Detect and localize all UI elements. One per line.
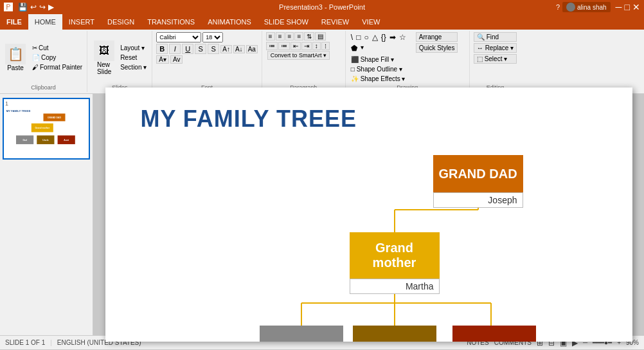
find-button[interactable]: 🔍 Find [474,32,517,42]
ribbon-group-drawing: \ □ ○ △ {} ➡ ☆ ⬟ ▾ Arrange Quick Styles … [346,31,470,92]
arrange-button[interactable]: Arrange [416,32,458,42]
granddad-label: GRAND DAD [433,155,523,192]
quick-styles-button[interactable]: Quick Styles [416,43,458,53]
align-center-btn[interactable]: ≡ [276,32,285,41]
slide-panel: 1 MY FAMILY TREEE GRAND DAD Grand mother [0,94,93,335]
bullet-list-btn[interactable]: ≔ [266,42,278,50]
user-badge: alina shah [562,2,611,12]
paste-button[interactable]: 📋 Paste [3,42,28,73]
tab-review[interactable]: REVIEW [315,14,355,30]
restore-btn[interactable]: □ [625,2,630,12]
new-slide-button[interactable]: 🖼 NewSlide [91,39,117,77]
italic-button[interactable]: I [169,44,181,54]
shape-8[interactable]: ⬟ [350,43,359,53]
tab-file[interactable]: FILE [0,14,28,30]
align-left-btn[interactable]: ≡ [266,32,275,41]
shape-5[interactable]: {} [380,32,388,42]
shape-1[interactable]: \ [350,32,354,42]
ribbon-group-clipboard: 📋 Paste ✂Cut 📄Copy 🖌Format Painter Clipb… [0,31,87,92]
clipboard-label: Clipboard [31,84,56,91]
decrease-indent-btn[interactable]: ⇤ [291,42,301,50]
ribbon-group-slides: 🖼 NewSlide Layout ▾ Reset Section ▾ Slid… [87,31,152,92]
tab-design[interactable]: DESIGN [101,14,141,30]
reset-button[interactable]: Reset [119,53,148,62]
slide-thumbnail-1[interactable]: 1 MY FAMILY TREEE GRAND DAD Grand mother [3,98,90,160]
ribbon-group-font: Calibri 18 B I U S S A↑ A↓ Aa A▾ Av Fon [152,31,262,92]
tab-insert[interactable]: INSERT [62,14,101,30]
slide-canvas[interactable]: MY FAMILY TREEE GRA [105,88,632,342]
align-text-btn[interactable]: ▤ [315,32,326,41]
granddad-name: Joseph [433,192,523,208]
tab-view[interactable]: VIEW [355,14,386,30]
aunt-box[interactable]: Aunt Anne [452,326,536,342]
text-direction-btn[interactable]: ⇅ [304,32,314,41]
quick-redo-btn[interactable]: ↪ [39,3,46,12]
aunt-label: Aunt [452,326,536,342]
grandma-label: Grand mother [350,232,440,279]
uncle-label: Uncle [353,326,436,342]
strikethrough-button[interactable]: S [195,44,206,54]
granddad-box[interactable]: GRAND DAD Joseph [433,155,523,208]
layout-button[interactable]: Layout ▾ [119,44,148,52]
shape-6[interactable]: ➡ [388,32,397,42]
tab-home[interactable]: HOME [28,14,62,30]
user-avatar [566,3,575,12]
line-spacing-btn[interactable]: ↕ [312,42,321,50]
underline-button[interactable]: U [182,44,193,54]
close-btn[interactable]: ✕ [632,2,640,12]
columns-btn[interactable]: ⫶ [321,42,330,50]
help-btn[interactable]: ? [556,3,560,11]
number-list-btn[interactable]: ≔ [278,42,290,50]
cut-button[interactable]: ✂Cut [30,44,84,52]
font-size-decrease-btn[interactable]: A↓ [233,45,245,53]
clear-format-btn[interactable]: Aa [246,45,258,53]
tab-transitions[interactable]: TRANSITIONS [141,14,201,30]
quick-present-btn[interactable]: ▶ [48,3,54,12]
increase-indent-btn[interactable]: ⇥ [301,42,312,50]
shape-fill-btn[interactable]: ⬛ Shape Fill ▾ [350,55,407,64]
more-shapes-btn[interactable]: ▾ [359,43,365,53]
select-button[interactable]: ⬚ Select ▾ [474,54,517,64]
grandma-box[interactable]: Grand mother Martha [350,232,440,294]
dad-label: Dad [260,326,343,342]
tab-slideshow[interactable]: SLIDE SHOW [258,14,315,30]
uncle-box[interactable]: Uncle Peter [353,326,436,342]
slide-count: SLIDE 1 OF 1 [5,339,45,346]
ribbon-group-editing: 🔍 Find ↔ Replace ▾ ⬚ Select ▾ Editing [470,31,521,92]
text-shadow-button[interactable]: S [208,44,219,54]
slide-number: 1 [5,100,87,107]
replace-button[interactable]: ↔ Replace ▾ [474,43,517,53]
app-title: Presentation3 - PowerPoint [279,3,365,11]
app-icon: 🅿 [4,2,13,12]
section-button[interactable]: Section ▾ [119,63,148,71]
grandma-name: Martha [350,279,440,294]
char-spacing-btn[interactable]: Av [170,55,183,64]
shape-effects-btn[interactable]: ✨ Shape Effects ▾ [350,75,407,83]
font-family-select[interactable]: Calibri [156,32,201,42]
format-painter-button[interactable]: 🖌Format Painter [30,63,84,71]
bold-button[interactable]: B [156,44,168,54]
font-size-increase-btn[interactable]: A↑ [220,45,232,53]
dad-box[interactable]: Dad Mike [260,326,343,342]
copy-button[interactable]: 📄Copy [30,53,84,62]
shape-outline-btn[interactable]: □ Shape Outline ▾ [350,65,407,73]
convert-smartart-btn[interactable]: Convert to SmartArt ▾ [267,51,330,60]
shape-7[interactable]: ☆ [398,32,407,42]
slide-canvas-area: MY FAMILY TREEE GRA [93,94,644,335]
quick-undo-btn[interactable]: ↩ [30,3,37,12]
minimize-btn[interactable]: ─ [616,2,622,12]
font-color-btn[interactable]: A▾ [156,55,169,64]
status-divider-1: | [50,339,52,346]
shape-4[interactable]: △ [371,32,379,42]
shape-2[interactable]: □ [355,32,362,42]
align-right-btn[interactable]: ≡ [285,32,294,41]
quick-save-btn[interactable]: 💾 [18,3,28,12]
justify-btn[interactable]: ≡ [294,32,303,41]
tab-animations[interactable]: ANIMATIONS [201,14,258,30]
shape-3[interactable]: ○ [362,32,370,42]
slide-title: MY FAMILY TREEE [141,106,357,133]
font-size-select[interactable]: 18 [202,32,223,42]
ribbon-group-paragraph: ≡ ≡ ≡ ≡ ⇅ ▤ ≔ ≔ ⇤ ⇥ ↕ ⫶ Convert to Smart… [262,31,346,92]
